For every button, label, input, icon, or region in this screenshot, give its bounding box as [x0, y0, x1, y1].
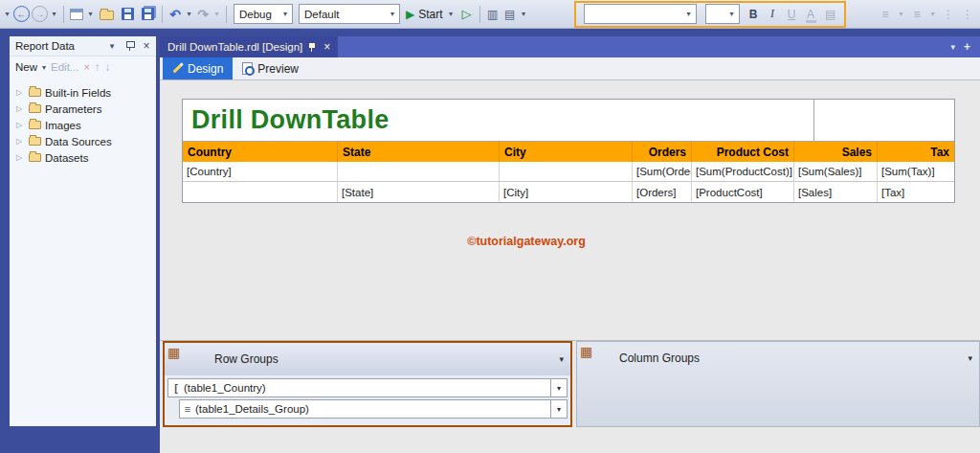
header-cell-city[interactable]: City — [500, 142, 633, 162]
start-dropdown-icon[interactable]: ▾ — [447, 4, 456, 25]
align-dropdown-icon[interactable]: ▾ — [897, 4, 905, 25]
report-title-side-cell[interactable] — [814, 100, 954, 141]
combo-dropdown-icon[interactable]: ▾ — [725, 5, 739, 23]
row-groups-chevron-icon[interactable]: ▾ — [559, 354, 564, 364]
header-cell-product-cost[interactable]: Product Cost — [692, 142, 794, 162]
italic-button[interactable]: I — [766, 7, 780, 21]
active-files-chevron-icon[interactable]: ▾ — [950, 42, 955, 52]
font-name-combo[interactable]: ▾ — [584, 4, 697, 24]
cell-tax-expression[interactable]: [Tax] — [878, 182, 954, 202]
underline-button[interactable]: U — [785, 8, 799, 21]
undo-icon[interactable]: ↶ — [167, 4, 183, 25]
cell-sales-expression[interactable]: [Sales] — [794, 182, 878, 202]
tab-close-icon[interactable]: × — [323, 40, 330, 54]
expander-icon[interactable]: ▷ — [16, 153, 25, 162]
header-cell-country[interactable]: Country — [183, 142, 338, 162]
format-painter-icon[interactable]: ▤ — [823, 4, 838, 25]
report-toolbar-dropdown-icon[interactable]: ▾ — [520, 4, 528, 25]
indent-dropdown-icon[interactable]: ▾ — [928, 4, 937, 25]
solution-configuration-combo[interactable]: Debug ▾ — [234, 4, 293, 24]
cell-sum-product-cost[interactable]: [Sum(ProductCost)] — [692, 162, 794, 181]
new-project-icon[interactable] — [70, 9, 83, 20]
solution-platform-combo[interactable]: Default ▾ — [299, 4, 400, 24]
new-menu-dropdown-icon[interactable]: ▾ — [42, 63, 46, 72]
tab-design[interactable]: Design — [163, 57, 233, 79]
cell-city-expression[interactable]: [City] — [500, 182, 633, 202]
combo-dropdown-icon[interactable]: ▾ — [278, 5, 292, 23]
move-down-icon[interactable]: ↓ — [105, 61, 111, 73]
new-menu-button[interactable]: New — [15, 61, 37, 73]
row-group-item-details[interactable]: ≡ (table1_Details_Group) ▾ — [179, 399, 568, 419]
cell-empty[interactable] — [500, 162, 633, 181]
cell-orders-expression[interactable]: [Orders] — [633, 182, 692, 202]
expander-icon[interactable]: ▷ — [16, 121, 25, 129]
report-toolbar-icon-2[interactable]: ▤ — [502, 4, 518, 25]
font-size-combo[interactable]: ▾ — [705, 4, 740, 24]
cell-country-expression[interactable]: [Country] — [183, 162, 338, 181]
detail-data-row[interactable]: [State] [City] [Orders] [ProductCost] [S… — [183, 182, 954, 202]
start-without-debugging-icon[interactable]: ▷ — [459, 4, 475, 25]
float-dock-icon[interactable]: + — [964, 40, 970, 54]
cell-state-expression[interactable]: [State] — [338, 182, 500, 202]
redo-dropdown-icon[interactable]: ▾ — [212, 4, 221, 25]
column-groups-panel[interactable]: ▦ Column Groups ▾ — [576, 341, 980, 427]
cell-sum-tax[interactable]: [Sum(Tax)] — [878, 162, 954, 181]
save-all-icon[interactable] — [142, 8, 154, 20]
report-data-header[interactable]: Report Data ▾ × — [10, 36, 156, 57]
table-header-row[interactable]: Country State City Orders Product Cost S… — [183, 142, 954, 162]
tree-item-data-sources[interactable]: ▷ Data Sources — [10, 133, 156, 149]
report-title-cell[interactable]: Drill DownTable — [183, 100, 814, 141]
bold-button[interactable]: B — [746, 8, 761, 21]
header-cell-tax[interactable]: Tax — [878, 142, 954, 162]
group-data-row[interactable]: [Country] [Sum(Orders)] [Sum(ProductCost… — [183, 162, 954, 182]
expander-icon[interactable]: ▷ — [16, 104, 25, 113]
navigate-forward-button[interactable]: → — [32, 6, 48, 22]
report-title-row[interactable]: Drill DownTable — [183, 100, 954, 142]
move-up-icon[interactable]: ↑ — [95, 61, 100, 73]
cell-empty[interactable] — [338, 162, 500, 181]
column-groups-chevron-icon[interactable]: ▾ — [968, 353, 972, 363]
combo-dropdown-icon[interactable]: ▾ — [386, 5, 399, 23]
tab-preview[interactable]: Preview — [233, 57, 308, 79]
cell-product-cost-expression[interactable]: [ProductCost] — [692, 182, 794, 202]
toolbar-overflow-chevron-icon[interactable]: ▾ — [3, 4, 11, 25]
header-cell-state[interactable]: State — [338, 142, 500, 162]
tree-item-images[interactable]: ▷ Images — [10, 117, 156, 133]
delete-icon[interactable]: × — [83, 61, 89, 73]
start-debug-button[interactable]: ▶ Start ▾ — [406, 4, 456, 25]
tree-item-datasets[interactable]: ▷ Datasets — [10, 149, 156, 166]
cell-sum-sales[interactable]: [Sum(Sales)] — [794, 162, 878, 181]
row-group-dropdown-icon[interactable]: ▾ — [550, 400, 567, 418]
cell-sum-orders[interactable]: [Sum(Orders)] — [633, 162, 692, 181]
navigate-backward-button[interactable]: ← — [13, 6, 30, 22]
report-table-canvas[interactable]: Drill DownTable Country State City Order… — [182, 99, 955, 203]
tree-item-built-in-fields[interactable]: ▷ Built-in Fields — [10, 84, 156, 101]
header-cell-sales[interactable]: Sales — [794, 142, 878, 162]
cell-empty[interactable] — [183, 182, 338, 202]
header-cell-orders[interactable]: Orders — [633, 142, 692, 162]
redo-icon[interactable]: ↷ — [195, 4, 211, 25]
align-list-icon[interactable]: ≡ — [878, 4, 893, 25]
expander-icon[interactable]: ▷ — [16, 137, 25, 146]
report-toolbar-icon[interactable]: ▥ — [485, 4, 501, 25]
combo-dropdown-icon[interactable]: ▾ — [682, 5, 696, 23]
font-color-button[interactable]: A — [804, 8, 818, 21]
save-icon[interactable] — [122, 8, 134, 20]
document-tab-active[interactable]: Drill DownTable.rdl [Design] × — [160, 36, 338, 57]
new-item-dropdown-icon[interactable]: ▾ — [86, 4, 95, 25]
indent-list-icon[interactable]: ≡ — [909, 4, 924, 25]
pin-icon[interactable] — [122, 39, 136, 53]
edit-button[interactable]: Edit... — [51, 61, 78, 73]
tab-pin-icon[interactable] — [309, 42, 317, 53]
open-file-icon[interactable] — [100, 11, 114, 20]
window-position-chevron-icon[interactable]: ▾ — [105, 39, 119, 53]
navigation-dropdown-icon[interactable]: ▾ — [50, 4, 58, 25]
expander-icon[interactable]: ▷ — [16, 88, 25, 97]
tree-item-parameters[interactable]: ▷ Parameters — [10, 101, 156, 117]
undo-dropdown-icon[interactable]: ▾ — [185, 4, 193, 25]
row-groups-panel[interactable]: ▦ Row Groups ▾ [ (table1_Country) ▾ ≡ (t… — [163, 341, 572, 427]
row-group-dropdown-icon[interactable]: ▾ — [550, 379, 567, 396]
design-surface[interactable]: Drill DownTable Country State City Order… — [160, 80, 980, 340]
close-icon[interactable]: × — [140, 39, 153, 53]
row-group-item-country[interactable]: [ (table1_Country) ▾ — [167, 378, 568, 397]
